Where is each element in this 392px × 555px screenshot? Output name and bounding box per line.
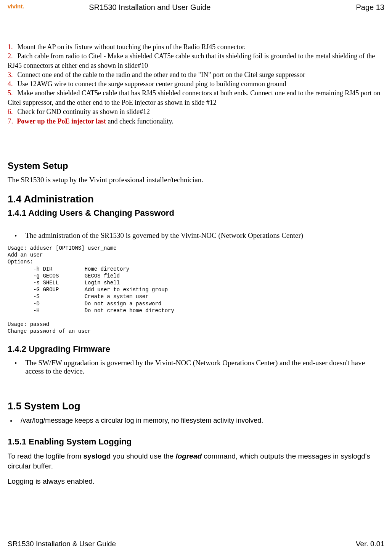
bullet-icon: • [14, 232, 17, 240]
step-2: 2.Patch cable from radio to Citel - Make… [8, 51, 384, 70]
step-num: 7. [8, 117, 13, 125]
step-5: 5.Make another shielded CAT5e cable that… [8, 88, 384, 107]
text-part: you should use the [111, 452, 175, 460]
bullet-text: The SW/FW upgradation is governed by the… [25, 359, 384, 375]
bullet-icon: • [14, 359, 17, 367]
page-number: Page 13 [356, 3, 384, 12]
section-1-4-2-heading: 1.4.2 Upgrading Firmware [8, 344, 384, 354]
section-1-5-1-heading: 1.5.1 Enabling System Logging [8, 437, 384, 447]
page-footer: SR1530 Installation & User Guide Ver. 0.… [8, 540, 384, 548]
step-text: Make another shielded CAT5e cable that h… [8, 89, 380, 106]
step-6: 6.Check for GND continuity as shown in s… [8, 107, 384, 116]
step-text: Connect one end of the cable to the radi… [18, 71, 305, 79]
bullet-text: /var/log/message keeps a circular log in… [21, 417, 263, 425]
footer-left: SR1530 Installation & User Guide [8, 540, 116, 548]
step-3: 3.Connect one end of the cable to the ra… [8, 70, 384, 79]
logread-paragraph: To read the logfile from syslogd you sho… [8, 451, 384, 471]
step-text: Patch cable from radio to Citel - Make a… [8, 52, 375, 69]
step-num: 2. [8, 52, 13, 60]
syslogd-word: syslogd [84, 452, 111, 460]
header-title: SR1530 Installation and User Guide [89, 3, 210, 12]
footer-right: Ver. 0.01 [356, 540, 384, 548]
page-content: 1.Mount the AP on its fixture without to… [8, 42, 384, 486]
step-text: and check functionality. [106, 117, 174, 125]
bullet-text: The administration of the SR1530 is gove… [25, 231, 303, 240]
system-setup-text: The SR1530 is setup by the Vivint profes… [8, 176, 384, 184]
step-num: 4. [8, 80, 13, 88]
step-num: 5. [8, 89, 13, 97]
section-1-4-heading: 1.4 Administration [8, 193, 384, 205]
bullet-admin: • The administration of the SR1530 is go… [14, 231, 384, 240]
step-num: 3. [8, 71, 13, 79]
logread-word: logread [175, 452, 202, 460]
step-text-red: Power up the PoE injector last [17, 117, 106, 125]
section-1-5-heading: 1.5 System Log [8, 400, 384, 412]
step-4: 4.Use 12AWG wire to connect the surge su… [8, 79, 384, 88]
step-1: 1.Mount the AP on its fixture without to… [8, 42, 384, 51]
logging-enabled-text: Logging is always enabled. [8, 476, 384, 486]
text-part: To read the logfile from [8, 452, 84, 460]
code-block-adduser: Usage: adduser [OPTIONS] user_name Add a… [8, 245, 384, 335]
step-num: 1. [8, 43, 13, 51]
step-text: Use 12AWG wire to connect the surge supp… [18, 80, 286, 88]
bullet-icon: • [10, 417, 12, 425]
step-num: 6. [8, 108, 13, 115]
step-7: 7.Power up the PoE injector last and che… [8, 116, 384, 126]
system-setup-heading: System Setup [8, 160, 384, 171]
bullet-firmware: • The SW/FW upgradation is governed by t… [14, 359, 384, 375]
page-header: vivint. SR1530 Installation and User Gui… [8, 0, 384, 16]
step-text: Mount the AP on its fixture without touc… [18, 43, 246, 51]
step-text: Check for GND continuity as shown in sli… [18, 108, 150, 115]
bullet-syslog: • /var/log/message keeps a circular log … [10, 417, 384, 425]
section-1-4-1-heading: 1.4.1 Adding Users & Changing Password [8, 208, 384, 218]
vivint-logo: vivint. [8, 3, 24, 10]
